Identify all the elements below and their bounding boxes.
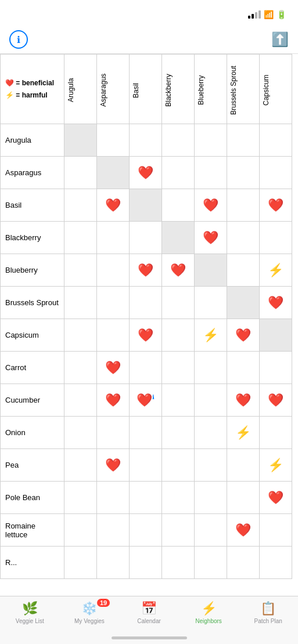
cell-13-1[interactable] xyxy=(97,547,130,579)
cell-11-0[interactable] xyxy=(64,482,97,514)
cell-7-6[interactable] xyxy=(260,352,292,384)
cell-2-6[interactable]: ❤️ xyxy=(260,189,292,222)
cell-1-1[interactable] xyxy=(97,157,130,189)
cell-1-4[interactable] xyxy=(195,157,227,189)
cell-4-1[interactable] xyxy=(97,254,130,287)
cell-12-6[interactable] xyxy=(260,514,292,547)
cell-6-5[interactable]: ❤️ xyxy=(227,319,260,352)
cell-5-1[interactable] xyxy=(97,287,130,319)
tab-patch-plan[interactable]: 📋 Patch Plan xyxy=(238,601,298,624)
cell-2-0[interactable] xyxy=(64,189,97,222)
cell-5-6[interactable]: ❤️ xyxy=(260,287,292,319)
cell-9-3[interactable] xyxy=(162,417,195,449)
cell-1-3[interactable] xyxy=(162,157,195,189)
cell-13-4[interactable] xyxy=(195,547,227,579)
cell-5-4[interactable] xyxy=(195,287,227,319)
cell-12-2[interactable] xyxy=(130,514,162,547)
cell-1-5[interactable] xyxy=(227,157,260,189)
cell-11-2[interactable] xyxy=(130,482,162,514)
cell-1-6[interactable] xyxy=(260,157,292,189)
cell-4-6[interactable]: ⚡ xyxy=(260,254,292,287)
cell-8-2[interactable]: ❤️ℹ xyxy=(130,384,162,417)
cell-3-4[interactable]: ❤️ xyxy=(195,222,227,254)
cell-11-4[interactable] xyxy=(195,482,227,514)
cell-9-2[interactable] xyxy=(130,417,162,449)
cell-11-1[interactable] xyxy=(97,482,130,514)
cell-6-1[interactable] xyxy=(97,319,130,352)
cell-10-2[interactable] xyxy=(130,449,162,482)
cell-6-6[interactable] xyxy=(260,319,292,352)
cell-9-0[interactable] xyxy=(64,417,97,449)
cell-1-0[interactable] xyxy=(64,157,97,189)
cell-8-0[interactable] xyxy=(64,384,97,417)
share-button[interactable]: ⬆️ xyxy=(271,31,289,48)
cell-4-2[interactable]: ❤️ xyxy=(130,254,162,287)
cell-0-6[interactable] xyxy=(260,124,292,157)
tab-calendar[interactable]: 📅 Calendar xyxy=(119,601,179,624)
cell-8-3[interactable] xyxy=(162,384,195,417)
cell-3-6[interactable] xyxy=(260,222,292,254)
cell-4-5[interactable] xyxy=(227,254,260,287)
cell-2-1[interactable]: ❤️ xyxy=(97,189,130,222)
cell-10-3[interactable] xyxy=(162,449,195,482)
cell-3-5[interactable] xyxy=(227,222,260,254)
cell-6-3[interactable] xyxy=(162,319,195,352)
cell-7-1[interactable]: ❤️ xyxy=(97,352,130,384)
cell-5-2[interactable] xyxy=(130,287,162,319)
cell-6-0[interactable] xyxy=(64,319,97,352)
cell-13-5[interactable] xyxy=(227,547,260,579)
cell-12-4[interactable] xyxy=(195,514,227,547)
cell-13-2[interactable] xyxy=(130,547,162,579)
cell-0-5[interactable] xyxy=(227,124,260,157)
cell-12-3[interactable] xyxy=(162,514,195,547)
cell-3-1[interactable] xyxy=(97,222,130,254)
cell-4-4[interactable] xyxy=(195,254,227,287)
cell-0-3[interactable] xyxy=(162,124,195,157)
cell-13-3[interactable] xyxy=(162,547,195,579)
cell-7-5[interactable] xyxy=(227,352,260,384)
cell-5-0[interactable] xyxy=(64,287,97,319)
tab-neighbors[interactable]: ⚡ Neighbors xyxy=(179,601,239,624)
cell-0-0[interactable] xyxy=(64,124,97,157)
cell-10-4[interactable] xyxy=(195,449,227,482)
cell-8-1[interactable]: ❤️ xyxy=(97,384,130,417)
cell-7-0[interactable] xyxy=(64,352,97,384)
cell-6-2[interactable]: ❤️ xyxy=(130,319,162,352)
cell-12-0[interactable] xyxy=(64,514,97,547)
cell-13-6[interactable] xyxy=(260,547,292,579)
cell-2-4[interactable]: ❤️ xyxy=(195,189,227,222)
cell-7-4[interactable] xyxy=(195,352,227,384)
cell-3-0[interactable] xyxy=(64,222,97,254)
cell-11-6[interactable]: ❤️ xyxy=(260,482,292,514)
cell-0-2[interactable] xyxy=(130,124,162,157)
cell-10-6[interactable]: ⚡ xyxy=(260,449,292,482)
cell-8-5[interactable]: ❤️ xyxy=(227,384,260,417)
cell-11-5[interactable] xyxy=(227,482,260,514)
cell-9-4[interactable] xyxy=(195,417,227,449)
cell-5-5[interactable] xyxy=(227,287,260,319)
cell-9-5[interactable]: ⚡ xyxy=(227,417,260,449)
cell-7-3[interactable] xyxy=(162,352,195,384)
cell-10-0[interactable] xyxy=(64,449,97,482)
cell-12-5[interactable]: ❤️ xyxy=(227,514,260,547)
cell-10-1[interactable]: ❤️ xyxy=(97,449,130,482)
cell-3-2[interactable] xyxy=(130,222,162,254)
tab-my-veggies[interactable]: 19 ❄️ My Veggies xyxy=(60,601,120,624)
cell-11-3[interactable] xyxy=(162,482,195,514)
cell-0-4[interactable] xyxy=(195,124,227,157)
cell-10-5[interactable] xyxy=(227,449,260,482)
cell-9-6[interactable] xyxy=(260,417,292,449)
info-button[interactable]: ℹ xyxy=(9,30,28,49)
cell-0-1[interactable] xyxy=(97,124,130,157)
cell-1-2[interactable]: ❤️ xyxy=(130,157,162,189)
cell-2-3[interactable] xyxy=(162,189,195,222)
cell-8-6[interactable]: ❤️ xyxy=(260,384,292,417)
cell-2-2[interactable] xyxy=(130,189,162,222)
cell-4-0[interactable] xyxy=(64,254,97,287)
cell-12-1[interactable] xyxy=(97,514,130,547)
cell-8-4[interactable] xyxy=(195,384,227,417)
cell-3-3[interactable] xyxy=(162,222,195,254)
cell-5-3[interactable] xyxy=(162,287,195,319)
cell-2-5[interactable] xyxy=(227,189,260,222)
cell-6-4[interactable]: ⚡ xyxy=(195,319,227,352)
